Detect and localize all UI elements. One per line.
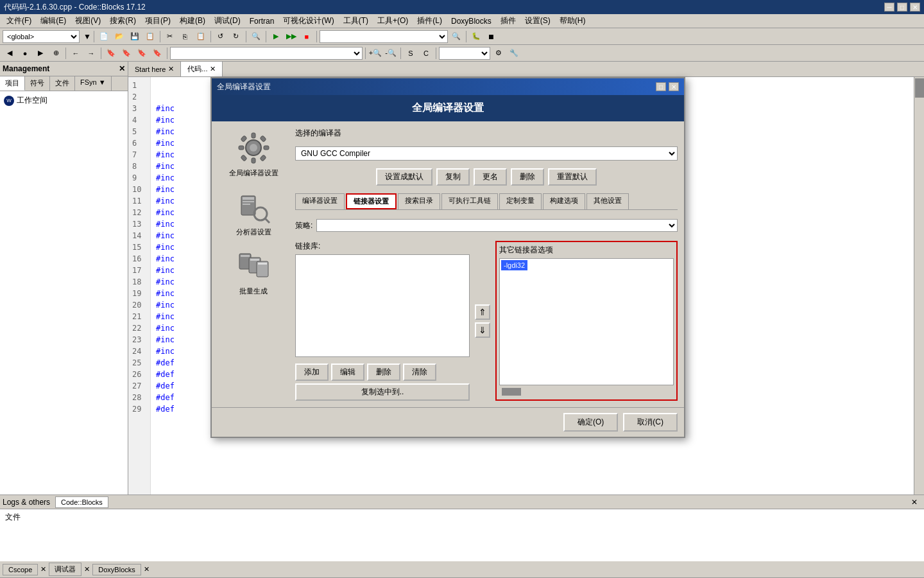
tb2-btn2[interactable]: ● xyxy=(18,46,32,60)
right-scrollbar[interactable] xyxy=(914,77,924,495)
redo-btn[interactable]: ↻ xyxy=(229,30,243,44)
bottom-tab-cscope[interactable]: Cscope xyxy=(3,564,38,575)
bottom-tab-doxyblocks[interactable]: DoxyBlocks xyxy=(92,564,141,575)
menu-build[interactable]: 构建(B) xyxy=(176,14,209,28)
menu-doxyblocks[interactable]: DoxyBlocks xyxy=(447,15,495,27)
lib-edit-btn[interactable]: 编辑 xyxy=(331,363,364,381)
set-default-btn[interactable]: 设置成默认 xyxy=(376,168,432,186)
settings-icon-btn[interactable]: ⚙ xyxy=(492,46,506,60)
dtab-other[interactable]: 其他设置 xyxy=(586,193,629,209)
workspace-dropdown[interactable]: <global> xyxy=(3,30,80,43)
nav-global-compiler[interactable]: 全局编译器设置 xyxy=(227,128,281,180)
tb2-btn4[interactable]: ⊕ xyxy=(49,46,63,60)
dtab-build[interactable]: 构建选项 xyxy=(543,193,585,209)
rename-btn[interactable]: 更名 xyxy=(474,168,507,186)
nav-analyzer[interactable]: 分析器设置 xyxy=(234,187,274,240)
lib-delete-btn[interactable]: 删除 xyxy=(367,363,400,381)
dtab-compiler[interactable]: 编译器设置 xyxy=(295,193,345,209)
lib-clear-btn[interactable]: 清除 xyxy=(403,363,436,381)
tab-code-close[interactable]: ✕ xyxy=(210,65,216,73)
bottom-tab-debugger-x[interactable]: ✕ xyxy=(84,565,90,574)
delete-btn[interactable]: 删除 xyxy=(511,168,544,186)
dialog-close-btn[interactable]: ✕ xyxy=(669,82,679,91)
nav-batch[interactable]: 批量生成 xyxy=(234,246,274,299)
tb2-bookmark4[interactable]: 🔖 xyxy=(150,46,164,60)
new-btn[interactable]: 📄 xyxy=(97,30,111,44)
other-options-area[interactable]: -lgdi32 xyxy=(499,258,674,385)
copy-btn[interactable]: ⎘ xyxy=(178,30,193,44)
debug-btn[interactable]: 🐛 xyxy=(469,30,483,44)
cancel-btn[interactable]: 取消(C) xyxy=(623,413,678,432)
copy-select-btn[interactable]: 复制选中到.. xyxy=(295,383,470,401)
reset-default-btn[interactable]: 重置默认 xyxy=(548,168,597,186)
dtab-search[interactable]: 搜索目录 xyxy=(398,193,440,209)
maximize-button[interactable]: □ xyxy=(897,3,907,12)
tb2-nav-back[interactable]: ← xyxy=(69,46,83,60)
paste-btn[interactable]: 📋 xyxy=(194,30,208,44)
lib-add-btn[interactable]: 添加 xyxy=(295,363,329,381)
h-scrollbar[interactable] xyxy=(499,387,674,397)
menu-plugins2[interactable]: 插件 xyxy=(497,14,520,28)
menu-search[interactable]: 搜索(R) xyxy=(106,14,140,28)
tb2-nav-fwd[interactable]: → xyxy=(84,46,98,60)
tb2-c-btn[interactable]: C xyxy=(419,46,433,60)
dialog-maximize-btn[interactable]: □ xyxy=(656,82,666,91)
arrow-up-btn[interactable]: ⇑ xyxy=(475,304,490,320)
other-options-value[interactable]: -lgdi32 xyxy=(501,260,527,270)
undo-btn[interactable]: ↺ xyxy=(214,30,228,44)
search-dropdown[interactable] xyxy=(320,30,448,43)
tab-symbol[interactable]: 符号 xyxy=(25,76,50,91)
tb2-bookmark[interactable]: 🔖 xyxy=(104,46,118,60)
menu-settings[interactable]: 设置(S) xyxy=(521,14,554,28)
open-btn[interactable]: 📂 xyxy=(112,30,126,44)
search-go-btn[interactable]: 🔍 xyxy=(449,30,463,44)
save-btn[interactable]: 💾 xyxy=(128,30,142,44)
save-all-btn[interactable]: 📋 xyxy=(143,30,157,44)
lib-list[interactable] xyxy=(295,254,470,357)
strategy-dropdown[interactable] xyxy=(316,219,678,232)
compiler-dropdown[interactable]: GNU GCC Compiler xyxy=(295,146,678,161)
logs-close-btn[interactable]: ✕ xyxy=(907,498,921,507)
tb2-btn3[interactable]: ▶ xyxy=(33,46,47,60)
copy-btn-dialog[interactable]: 复制 xyxy=(436,168,470,186)
menu-file[interactable]: 文件(F) xyxy=(3,14,35,28)
stop-btn[interactable]: ■ xyxy=(300,30,314,44)
tb2-bookmark2[interactable]: 🔖 xyxy=(119,46,133,60)
menu-tools[interactable]: 工具(T) xyxy=(339,14,372,28)
tb2-btn1[interactable]: ◀ xyxy=(3,46,17,60)
zoom-out-btn[interactable]: -🔍 xyxy=(384,46,398,60)
bottom-tab-codeblocks[interactable]: Code::Blocks xyxy=(55,496,108,508)
tab-code[interactable]: 代码... ✕ xyxy=(181,62,223,76)
bottom-tab-doxyblocks-x[interactable]: ✕ xyxy=(144,565,150,574)
menu-fortran[interactable]: Fortran xyxy=(246,15,278,27)
run-btn[interactable]: ▶▶ xyxy=(284,30,298,44)
menu-debug[interactable]: 调试(D) xyxy=(210,14,244,28)
menu-help[interactable]: 帮助(H) xyxy=(556,14,590,28)
menu-view[interactable]: 视图(V) xyxy=(71,14,105,28)
dtab-custom[interactable]: 定制变量 xyxy=(499,193,542,209)
management-close-icon[interactable]: ✕ xyxy=(119,64,125,73)
nav-dropdown[interactable] xyxy=(170,47,363,60)
zoom-in-btn[interactable]: +🔍 xyxy=(368,46,382,60)
menu-plugins[interactable]: 插件(L) xyxy=(413,14,446,28)
dtab-linker[interactable]: 链接器设置 xyxy=(346,193,397,209)
tab-starthere[interactable]: Start here ✕ xyxy=(128,62,181,76)
tb2-bookmark3[interactable]: 🔖 xyxy=(135,46,149,60)
menu-edit[interactable]: 编辑(E) xyxy=(37,14,70,28)
bottom-tab-cscope-x[interactable]: ✕ xyxy=(40,565,46,574)
menu-project[interactable]: 项目(P) xyxy=(141,14,175,28)
cut-btn[interactable]: ✂ xyxy=(163,30,177,44)
encoding-dropdown[interactable] xyxy=(439,47,490,60)
dtab-exec[interactable]: 可执行工具链 xyxy=(441,193,498,209)
menu-tools-plus[interactable]: 工具+(O) xyxy=(373,14,412,28)
compiler-settings-dialog[interactable]: 全局编译器设置 □ ✕ 全局编译器设置 xyxy=(210,77,685,438)
tab-fsyn[interactable]: FSyn ▼ xyxy=(75,76,112,91)
tab-file[interactable]: 文件 xyxy=(50,76,75,91)
tab-project[interactable]: 项目 xyxy=(0,76,25,91)
tb2-s-btn[interactable]: S xyxy=(404,46,418,60)
close-button[interactable]: ✕ xyxy=(910,3,920,12)
debug-stop-btn[interactable]: ⏹ xyxy=(484,30,499,44)
build-btn[interactable]: ▶ xyxy=(269,30,283,44)
menu-visualdesign[interactable]: 可视化设计(W) xyxy=(279,14,338,28)
bottom-tab-debugger[interactable]: 调试器 xyxy=(49,563,81,576)
